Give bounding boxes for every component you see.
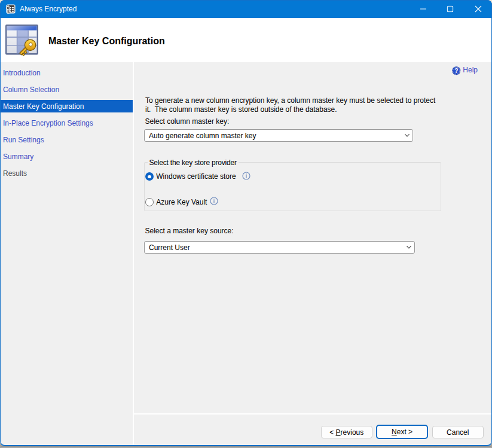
svg-text:?: ?	[454, 68, 458, 74]
